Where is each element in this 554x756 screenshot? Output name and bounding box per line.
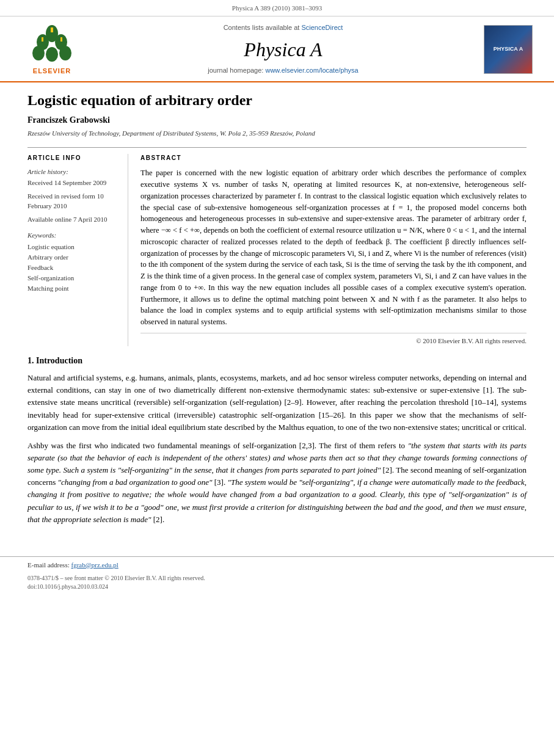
- page: Physica A 389 (2010) 3081–3093: [0, 0, 554, 756]
- intro-paragraph-2: Ashby was the first who indicated two fu…: [27, 440, 527, 526]
- cover-label: PHYSICA A: [494, 45, 523, 53]
- journal-header: ELSEVIER Contents lists available at Sci…: [0, 16, 554, 82]
- introduction-heading: 1. Introduction: [27, 355, 527, 367]
- footer-legal: 0378-4371/$ – see front matter © 2010 El…: [27, 574, 527, 583]
- available-date: Available online 7 April 2010: [27, 215, 119, 225]
- sciencedirect-link[interactable]: ScienceDirect: [301, 24, 343, 31]
- main-content: Logistic equation of arbitrary order Fra…: [0, 82, 554, 544]
- homepage-line: journal homepage: www.elsevier.com/locat…: [92, 66, 475, 76]
- received-date: Received 14 September 2009: [27, 178, 119, 188]
- email-link[interactable]: fgrab@prz.edu.pl: [71, 561, 118, 569]
- journal-cover-area: PHYSICA A: [481, 25, 536, 74]
- keyword-2: Arbitrary order: [27, 253, 119, 263]
- article-affiliation: Rzeszów University of Technology, Depart…: [27, 129, 527, 139]
- email-label: E-mail address:: [27, 561, 71, 569]
- copyright-line: © 2010 Elsevier B.V. All rights reserved…: [140, 333, 527, 346]
- article-author: Franciszek Grabowski: [27, 114, 527, 126]
- journal-cover-image: PHYSICA A: [484, 25, 533, 74]
- sciencedirect-label: Contents lists available at: [224, 24, 302, 31]
- svg-rect-6: [51, 27, 53, 32]
- keyword-1: Logistic equation: [27, 242, 119, 252]
- section-number: 1.: [27, 356, 34, 365]
- svg-rect-7: [42, 37, 43, 42]
- footer: E-mail address: fgrab@prz.edu.pl 0378-43…: [0, 556, 554, 592]
- citation-text: Physica A 389 (2010) 3081–3093: [232, 4, 322, 12]
- revised-date: Received in revised form 10 February 201…: [27, 192, 119, 211]
- article-info-column: ARTICLE INFO Article history: Received 1…: [27, 154, 128, 346]
- footer-doi: doi:10.1016/j.physa.2010.03.024: [27, 583, 527, 592]
- journal-title: Physica A: [92, 35, 475, 64]
- article-title: Logistic equation of arbitrary order: [27, 92, 527, 109]
- article-info-heading: ARTICLE INFO: [27, 154, 119, 163]
- abstract-column: ABSTRACT The paper is concerned with the…: [140, 154, 527, 346]
- keyword-3: Feedback: [27, 263, 119, 273]
- abstract-heading: ABSTRACT: [140, 154, 527, 163]
- svg-rect-8: [60, 37, 62, 42]
- journal-header-center: Contents lists available at ScienceDirec…: [86, 23, 481, 76]
- elsevier-brand-text: ELSEVIER: [33, 67, 71, 76]
- homepage-label: journal homepage:: [208, 67, 265, 74]
- keyword-5: Matching point: [27, 284, 119, 294]
- footer-email: E-mail address: fgrab@prz.edu.pl: [27, 561, 527, 570]
- svg-point-5: [59, 46, 71, 60]
- homepage-link[interactable]: www.elsevier.com/locate/physa: [265, 67, 358, 74]
- elsevier-logo-area: ELSEVIER: [18, 23, 86, 76]
- svg-point-3: [32, 46, 45, 60]
- history-label: Article history:: [27, 167, 119, 177]
- sciencedirect-line: Contents lists available at ScienceDirec…: [92, 23, 475, 33]
- article-info-abstract: ARTICLE INFO Article history: Received 1…: [27, 147, 527, 346]
- keyword-4: Self-organization: [27, 274, 119, 283]
- keywords-label: Keywords:: [27, 231, 119, 241]
- svg-point-4: [46, 47, 58, 62]
- elsevier-logo: ELSEVIER: [18, 23, 86, 76]
- abstract-text: The paper is concerned with the new logi…: [140, 167, 527, 328]
- citation-bar: Physica A 389 (2010) 3081–3093: [0, 0, 554, 16]
- intro-paragraph-1: Natural and artificial systems, e.g. hum…: [27, 372, 527, 434]
- elsevier-tree-icon: [31, 23, 73, 65]
- section-title-text: Introduction: [36, 356, 82, 365]
